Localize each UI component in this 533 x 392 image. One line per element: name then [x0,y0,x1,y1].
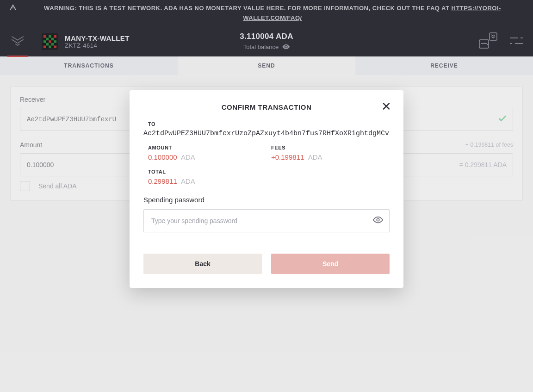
eye-icon[interactable] [373,216,383,225]
amount-currency: ADA [181,153,195,161]
total-heading: TOTAL [148,169,390,174]
modal-title: CONFIRM TRANSACTION [143,103,390,111]
modal-overlay: CONFIRM TRANSACTION ✕ TO Ae2tdPwUPEZ3HUU… [0,0,533,392]
send-button[interactable]: Send [271,254,390,274]
confirm-transaction-modal: CONFIRM TRANSACTION ✕ TO Ae2tdPwUPEZ3HUU… [130,90,403,288]
total-currency: ADA [181,177,195,185]
amount-value: 0.100000 [148,153,177,161]
close-icon[interactable]: ✕ [381,100,391,112]
spending-password-input[interactable] [143,209,390,232]
password-label: Spending password [143,196,390,204]
to-label: TO [148,121,390,127]
total-value: 0.299811 [148,177,177,185]
amount-heading: AMOUNT [148,145,266,150]
fees-value: +0.199811 [271,153,304,161]
fees-heading: FEES [271,145,390,150]
back-button[interactable]: Back [143,254,262,274]
svg-point-20 [377,218,379,221]
to-address: Ae2tdPwUPEZ3HUU7bmfexrUzoZpAZxuyt4b4bn7f… [143,130,390,137]
fees-currency: ADA [308,153,322,161]
